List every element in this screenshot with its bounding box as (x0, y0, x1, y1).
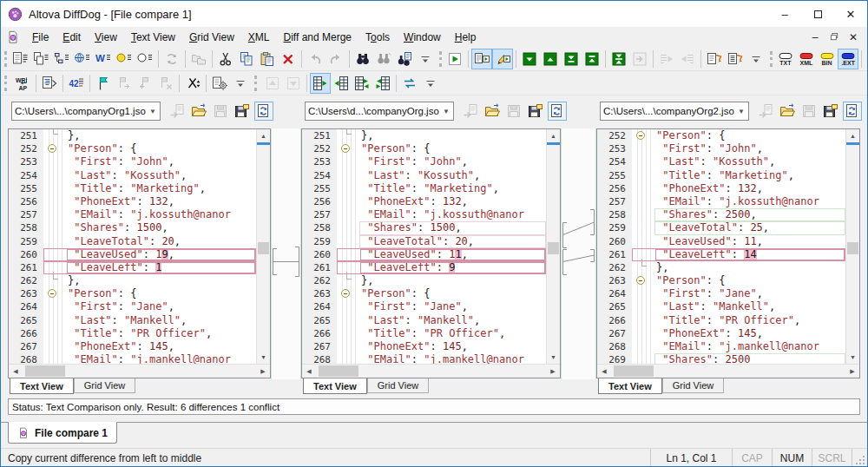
scroll-thumb[interactable] (847, 242, 858, 254)
reload-file-button[interactable] (254, 102, 273, 121)
menu-file[interactable]: File (25, 31, 56, 43)
show-right-differences-button[interactable] (331, 73, 352, 94)
toolbar-overflow-button[interactable] (230, 73, 251, 94)
mode-ext-button[interactable]: .EXT (838, 49, 858, 69)
case-sensitivity-button[interactable] (182, 73, 203, 94)
show-no-differences-button[interactable] (372, 73, 393, 94)
scroll-up-icon[interactable]: ▲ (257, 129, 270, 142)
toolbar-overflow-button[interactable] (746, 49, 766, 69)
tab-grid-view[interactable]: Grid View (74, 378, 135, 393)
horizontal-scrollbar[interactable]: ◀▶ (302, 364, 560, 378)
tab-grid-view[interactable]: Grid View (367, 378, 429, 393)
save-file-as-button[interactable] (233, 102, 252, 121)
horizontal-scrollbar[interactable]: ◀▶ (9, 364, 270, 378)
tab-text-view[interactable]: Text View (303, 378, 367, 394)
toolbar-grip[interactable] (439, 51, 442, 67)
scroll-right-icon[interactable]: ▶ (845, 365, 859, 378)
pretty-print-button[interactable] (39, 73, 60, 94)
vertical-scrollbar[interactable]: ▲▼ (256, 129, 270, 364)
code-editor[interactable]: 251},252"Person": {253 "First": "John",2… (9, 129, 256, 364)
scroll-thumb[interactable] (614, 365, 654, 377)
mdi-close-button[interactable]: ✕ (844, 30, 863, 45)
compare-directories-button[interactable] (51, 49, 72, 69)
toolbar-grip[interactable] (4, 51, 7, 67)
scroll-track[interactable] (316, 365, 546, 378)
menu-xml[interactable]: XML (241, 31, 277, 43)
mdi-restore-button[interactable] (825, 30, 844, 45)
compare-db-data-button[interactable] (114, 49, 135, 69)
menu-diff-and-merge[interactable]: Diff and Merge (277, 31, 359, 43)
compare-xml-button[interactable] (72, 49, 93, 69)
copy-button[interactable] (236, 49, 257, 69)
tab-grid-view[interactable]: Grid View (662, 378, 724, 393)
scroll-thumb[interactable] (258, 242, 269, 254)
resize-grip[interactable] (852, 449, 867, 467)
close-button[interactable]: ✕ (834, 1, 867, 27)
vertical-scrollbar[interactable]: ▲▼ (845, 129, 859, 364)
save-file-as-button[interactable] (821, 102, 840, 121)
scroll-down-icon[interactable]: ▼ (257, 351, 270, 364)
show-left-differences-button[interactable] (310, 73, 331, 94)
tab-text-view[interactable]: Text View (598, 378, 662, 394)
scroll-track[interactable] (611, 365, 845, 378)
toolbar-overflow-button[interactable] (415, 49, 436, 69)
menu-text-view[interactable]: Text View (124, 31, 182, 43)
fold-collapse-icon[interactable] (341, 289, 350, 298)
menu-tools[interactable]: Tools (358, 31, 397, 43)
menu-help[interactable]: Help (448, 31, 483, 43)
compare-files-grid-button[interactable] (30, 49, 51, 69)
code-editor[interactable]: 251},252"Person": {253 "First": "John",2… (302, 129, 546, 364)
text-view-settings-button[interactable] (209, 73, 230, 94)
file-path-combobox[interactable]: C:\Users\...\companyOrg2.json▼ (600, 102, 749, 121)
start-comparison-button[interactable] (444, 49, 465, 69)
last-difference-button[interactable] (561, 49, 582, 69)
insert-bookmark-button[interactable] (93, 73, 114, 94)
vertical-scrollbar[interactable]: ▲▼ (546, 129, 560, 364)
scroll-down-icon[interactable]: ▼ (547, 351, 560, 364)
scroll-left-icon[interactable]: ◀ (597, 365, 611, 378)
show-both-differences-button[interactable] (352, 73, 372, 94)
fold-collapse-icon[interactable] (341, 144, 350, 153)
display-all-differences-button[interactable] (608, 49, 629, 69)
code-editor[interactable]: 252"Person": {253 "First": "John",254 "L… (597, 129, 845, 364)
menu-grid-view[interactable]: Grid View (182, 31, 241, 43)
mode-xml-button[interactable]: XML (796, 49, 817, 69)
open-file-button[interactable] (483, 102, 502, 121)
scroll-thumb[interactable] (25, 365, 65, 377)
scroll-track[interactable] (846, 145, 859, 351)
scroll-right-icon[interactable]: ▶ (546, 365, 560, 378)
previous-difference-button[interactable] (540, 49, 561, 69)
document-tab-file-compare-1[interactable]: File compare 1 (8, 422, 117, 444)
maximize-button[interactable] (801, 1, 834, 27)
toolbar-overflow-button[interactable] (420, 73, 441, 94)
next-difference-button[interactable] (519, 49, 540, 69)
scroll-left-icon[interactable]: ◀ (302, 365, 316, 378)
horizontal-scrollbar[interactable]: ◀▶ (597, 364, 859, 378)
swap-panes-button[interactable] (399, 73, 420, 94)
menu-view[interactable]: View (88, 31, 124, 43)
scroll-thumb[interactable] (319, 365, 358, 377)
reload-file-button[interactable] (843, 102, 862, 121)
minimize-button[interactable]: – (768, 1, 801, 27)
first-difference-button[interactable] (582, 49, 602, 69)
open-file-button[interactable] (778, 102, 797, 121)
scroll-left-icon[interactable]: ◀ (9, 365, 23, 378)
scroll-track[interactable] (23, 365, 256, 378)
reload-file-button[interactable] (548, 102, 567, 121)
mdi-minimize-button[interactable]: – (806, 30, 825, 45)
line-numbers-button[interactable]: 42 (66, 73, 87, 94)
compare-word-button[interactable]: W (93, 49, 114, 69)
fold-collapse-icon[interactable] (48, 144, 56, 153)
fold-collapse-icon[interactable] (48, 289, 56, 298)
toolbar-grip[interactable] (254, 76, 260, 91)
paste-button[interactable] (257, 49, 278, 69)
scroll-up-icon[interactable]: ▲ (846, 129, 859, 142)
compare-db-schemas-button[interactable] (135, 49, 155, 69)
toolbar-grip[interactable] (770, 51, 773, 67)
file-path-combobox[interactable]: C:\Users\d...\companyOrg.json▼ (305, 102, 454, 121)
scroll-track[interactable] (547, 145, 560, 351)
open-file-button[interactable] (189, 102, 208, 121)
file-path-combobox[interactable]: C:\Users\...\companyOrg1.json▼ (11, 102, 161, 121)
editing-enabled-button[interactable] (492, 49, 513, 69)
menu-window[interactable]: Window (397, 31, 448, 43)
